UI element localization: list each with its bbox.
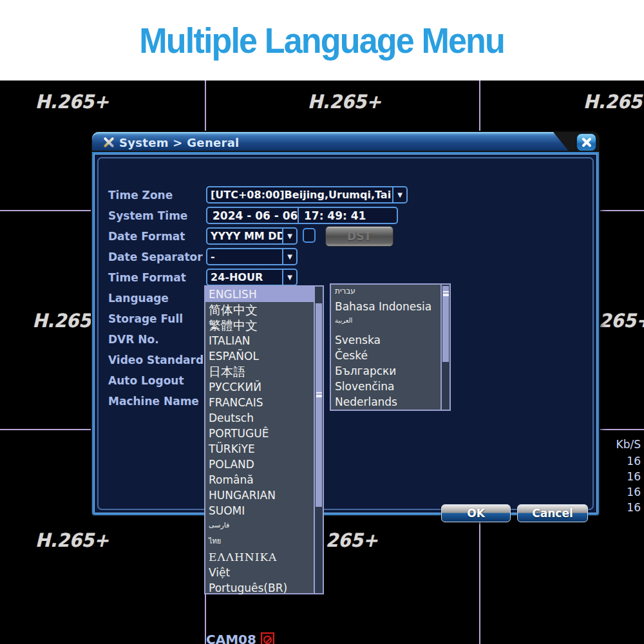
language-dropdown-list-2: עברית Bahasa Indonesia العربية Svenska Č…	[330, 283, 451, 411]
language-dropdown-list: ENGLISH 简体中文 繁體中文 ITALIAN ESPAÑOL 日本語 РУ…	[204, 285, 324, 594]
time-format-value: 24-HOUR	[207, 271, 282, 283]
bitrate-value: 16	[627, 486, 641, 498]
camera-name-text: CAM08	[206, 632, 256, 644]
date-separator-value: -	[207, 251, 282, 263]
time-zone-value: [UTC+08:00]Beijing,Urumqi,Tai	[207, 189, 392, 201]
recording-off-icon	[261, 632, 274, 644]
chevron-down-icon[interactable]: ▼	[282, 249, 296, 264]
language-list-scrollbar[interactable]	[314, 287, 323, 593]
system-time-value[interactable]: 17: 49: 41	[299, 209, 371, 222]
language-option-indonesian[interactable]: Bahasa Indonesia	[331, 298, 450, 316]
language-option-thai[interactable]: ไทย	[205, 534, 323, 549]
bitrate-value: 16	[627, 470, 641, 483]
label-date-format: Date Format	[108, 230, 185, 243]
label-system-time: System Time	[108, 209, 187, 222]
label-video-standard: Video Standard	[108, 354, 204, 366]
time-format-select[interactable]: 24-HOUR ▼	[206, 269, 298, 286]
bitrate-value: 16	[627, 501, 641, 514]
language-option-arabic[interactable]: العربية	[331, 316, 450, 328]
label-language: Language	[108, 292, 169, 305]
cancel-button[interactable]: Cancel	[517, 504, 588, 522]
ok-button[interactable]: OK	[441, 504, 511, 522]
language-option-english[interactable]: ENGLISH	[205, 287, 323, 302]
codec-watermark: H.265+	[583, 91, 644, 113]
label-time-zone: Time Zone	[108, 189, 173, 202]
language-option-vietnamese[interactable]: Việt	[205, 565, 323, 580]
top-banner: Multiple Language Menu	[0, 0, 644, 80]
language-option-spanish[interactable]: ESPAÑOL	[205, 348, 323, 364]
bitrate-header: Kb/S	[616, 438, 641, 451]
camera-name-label: CAM08	[206, 632, 274, 644]
dvr-screen: Multiple Language Menu H.265+ H.265+ H.2…	[0, 0, 644, 644]
language-list2-scrollbar[interactable]	[440, 285, 450, 410]
language-option-romanian[interactable]: Română	[205, 472, 323, 488]
date-separator-select[interactable]: - ▼	[206, 248, 298, 265]
codec-watermark: H.265	[32, 310, 91, 332]
system-date-value[interactable]: 2024 - 06 - 06	[207, 209, 298, 222]
language-option-turkish[interactable]: TÜRKiYE	[205, 441, 323, 457]
language-option-polish[interactable]: POLAND	[205, 457, 323, 472]
language-option-portuguese[interactable]: PORTUGUÊ	[205, 426, 323, 441]
language-option-swedish[interactable]: Svenska	[331, 332, 450, 348]
codec-watermark: H.265+	[308, 91, 381, 113]
label-auto-logout: Auto Logout	[108, 374, 184, 387]
scrollbar-thumb[interactable]	[442, 286, 449, 362]
chevron-down-icon[interactable]: ▼	[282, 270, 296, 285]
dst-button[interactable]: DST	[325, 226, 393, 247]
dialog-title-tab: System > General	[92, 132, 570, 153]
scrollbar-grip-icon	[443, 291, 449, 295]
date-format-select[interactable]: YYYY MM DD ▼	[206, 227, 298, 245]
scrollbar-thumb[interactable]	[316, 303, 322, 507]
language-option-greek[interactable]: ΕΛΛΗΝΙΚΑ	[205, 549, 323, 565]
language-option-french[interactable]: FRANCAIS	[205, 395, 323, 410]
language-option-dutch[interactable]: Nederlands	[331, 394, 450, 410]
language-option-japanese[interactable]: 日本語	[205, 364, 323, 379]
language-option-german[interactable]: Deutsch	[205, 410, 323, 426]
label-time-format: Time Format	[108, 271, 186, 284]
language-option-portuguese-br[interactable]: Português(BR)	[205, 580, 323, 596]
language-option-farsi[interactable]: فارسی	[205, 518, 323, 534]
language-option-bulgarian[interactable]: Български	[331, 363, 450, 379]
chevron-down-icon[interactable]: ▼	[282, 229, 296, 243]
codec-watermark: H.265+	[35, 91, 109, 113]
label-storage-full: Storage Full	[108, 312, 183, 325]
language-option-czech[interactable]: České	[331, 348, 450, 363]
language-option-traditional-chinese[interactable]: 繁體中文	[205, 317, 323, 333]
codec-watermark: H.265+	[35, 529, 109, 551]
system-time-field[interactable]: 2024 - 06 - 06 17: 49: 41	[206, 207, 398, 224]
language-option-italian[interactable]: ITALIAN	[205, 333, 323, 348]
time-zone-select[interactable]: [UTC+08:00]Beijing,Urumqi,Tai ▼	[206, 186, 408, 204]
language-option-slovak[interactable]: Slovenčina	[331, 379, 450, 394]
codec-watermark: 265+	[326, 529, 378, 551]
language-option-hungarian[interactable]: HUNGARIAN	[205, 488, 323, 503]
close-icon	[582, 138, 591, 147]
scrollbar-grip-icon	[316, 392, 322, 396]
language-option-finnish[interactable]: SUOMI	[205, 503, 323, 518]
dialog-titlebar: System > General	[92, 132, 599, 153]
label-dvr-no: DVR No.	[108, 333, 159, 346]
label-machine-name: Machine Name	[108, 395, 199, 408]
dialog-title: System > General	[119, 136, 240, 149]
close-button[interactable]	[576, 133, 596, 151]
language-option-simplified-chinese[interactable]: 简体中文	[205, 302, 323, 317]
language-option-hebrew[interactable]: עברית	[331, 285, 450, 298]
date-format-value: YYYY MM DD	[207, 230, 282, 242]
page-title: Multiple Language Menu	[140, 19, 505, 61]
chevron-down-icon[interactable]: ▼	[392, 187, 406, 202]
tools-icon	[102, 137, 114, 148]
dst-checkbox[interactable]	[303, 228, 316, 243]
label-date-separator: Date Separator	[108, 251, 203, 263]
list-spacer	[331, 328, 450, 332]
bitrate-value: 16	[627, 455, 641, 468]
language-option-russian[interactable]: РУССКИЙ	[205, 379, 323, 395]
codec-watermark: 265+	[599, 310, 644, 332]
